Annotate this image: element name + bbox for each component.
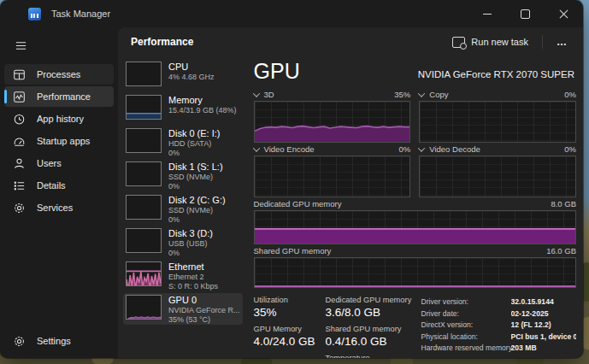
sidebar-spacer — [0, 219, 118, 330]
perf-item-gpu0[interactable]: GPU 0 NVIDIA GeForce R... 35% (53 °C) — [123, 293, 243, 325]
ethernet-mini-chart — [126, 261, 162, 286]
close-icon — [559, 9, 568, 19]
minimize-button[interactable] — [468, 0, 506, 27]
chevron-down-icon[interactable] — [418, 90, 425, 97]
engine-label: Video Decode — [429, 144, 480, 154]
perf-item-name: Disk 0 (E: I:) — [168, 128, 221, 139]
processes-icon — [13, 68, 26, 81]
task-manager-app-icon — [28, 8, 41, 21]
chevron-down-icon[interactable] — [252, 144, 259, 151]
close-button[interactable] — [545, 0, 583, 27]
perf-item-name: CPU — [168, 62, 215, 73]
maximize-button[interactable] — [506, 0, 545, 27]
performance-icon — [13, 91, 26, 103]
chevron-down-icon[interactable] — [418, 144, 425, 151]
perf-item-name: Disk 3 (D:) — [168, 228, 213, 239]
disk3-mini-chart — [126, 228, 162, 253]
titlebar[interactable]: Task Manager — [0, 0, 583, 27]
3d-usage-chart — [254, 101, 411, 143]
sidebar-item-label: Users — [37, 158, 62, 168]
stat-value: 35% — [254, 306, 326, 319]
sidebar-item-label: Details — [37, 180, 66, 191]
perf-item-name: Memory — [168, 95, 237, 106]
performance-resource-list: CPU 4% 4.68 GHz Memory 15.4/31.9 GB (48%… — [118, 56, 245, 358]
perf-item-sub: 35% (53 °C) — [168, 315, 240, 325]
stat-label: Temperature — [326, 354, 421, 358]
gpu-stats: Utilization 35% GPU Memory 4.0/24.0 GB D… — [254, 288, 576, 358]
sidebar-item-label: App history — [37, 114, 84, 124]
sidebar-item-label: Services — [37, 203, 73, 213]
engine-value: 35% — [394, 90, 410, 99]
sidebar-item-performance[interactable]: Performance — [4, 86, 114, 107]
header-divider — [542, 35, 543, 49]
gpu-title: GPU — [254, 60, 300, 82]
stat-label: Utilization — [254, 296, 326, 304]
video-encode-chart — [254, 156, 411, 197]
perf-item-ethernet[interactable]: Ethernet Ethernet 2 S: 0 R: 0 Kbps — [123, 260, 243, 291]
chart-shared-memory: Shared GPU memory 16.0 GB — [254, 244, 576, 288]
gauge-icon — [13, 135, 26, 148]
perf-item-disk0[interactable]: Disk 0 (E: I:) HDD (SATA) 0% — [123, 126, 243, 158]
engine-value: 0% — [564, 144, 576, 154]
stat-value: 3.6/8.0 GB — [326, 306, 421, 319]
navigation-menu-button[interactable] — [5, 32, 36, 58]
perf-item-disk2[interactable]: Disk 2 (C: G:) SSD (NVMe) 0% — [123, 193, 243, 225]
sidebar: Processes Performance App history Startu… — [0, 27, 118, 358]
perf-item-sub: SSD (NVMe) — [168, 206, 226, 215]
perf-item-sub: 4% 4.68 GHz — [168, 73, 215, 82]
memory-chart-scale: 16.0 GB — [546, 246, 576, 255]
services-gear-icon — [13, 202, 26, 214]
perf-item-sub: HDD (SATA) — [168, 139, 221, 149]
detail-label: Driver date: — [421, 309, 506, 318]
perf-item-sub: 0% — [168, 182, 223, 191]
perf-item-cpu[interactable]: CPU 4% 4.68 GHz — [123, 60, 243, 91]
sidebar-item-processes[interactable]: Processes — [4, 64, 114, 85]
hamburger-icon — [15, 39, 27, 52]
copy-usage-chart — [419, 101, 576, 143]
stat-label: Dedicated GPU memory — [326, 296, 421, 304]
detail-value: 32.0.15.9144 — [511, 297, 576, 306]
perf-item-name: Disk 1 (S: L:) — [168, 161, 223, 173]
perf-item-sub: SSD (NVMe) — [168, 173, 223, 182]
perf-item-disk1[interactable]: Disk 1 (S: L:) SSD (NVMe) 0% — [123, 160, 243, 191]
disk2-mini-chart — [126, 195, 162, 220]
chevron-down-icon[interactable] — [252, 90, 259, 97]
minimize-icon — [483, 14, 492, 15]
dedicated-memory-chart — [254, 210, 576, 244]
stat-label: Shared GPU memory — [326, 325, 421, 333]
run-new-task-button[interactable]: Run new task — [444, 32, 537, 52]
window-title: Task Manager — [51, 9, 110, 19]
detail-label: Hardware reserved memory: — [421, 343, 506, 352]
perf-item-name: Ethernet — [168, 261, 218, 273]
perf-item-disk3[interactable]: Disk 3 (D:) USB (USB) 0% — [123, 226, 243, 258]
detail-value: 203 MB — [511, 343, 576, 352]
sidebar-item-users[interactable]: Users — [4, 153, 114, 173]
stat-label: GPU Memory — [254, 325, 326, 333]
stat-value: 0.4/16.0 GB — [326, 335, 421, 348]
perf-item-memory[interactable]: Memory 15.4/31.9 GB (48%) — [123, 93, 243, 125]
detail-label: DirectX version: — [421, 320, 506, 329]
detail-label: Driver version: — [421, 297, 506, 306]
sidebar-item-services[interactable]: Services — [4, 197, 114, 218]
perf-item-name: Disk 2 (C: G:) — [168, 195, 226, 206]
engine-value: 0% — [399, 144, 411, 154]
perf-item-name: GPU 0 — [168, 295, 240, 306]
sidebar-item-app-history[interactable]: App history — [4, 109, 114, 129]
chart-3d: 3D 35% — [254, 88, 411, 143]
sidebar-item-details[interactable]: Details — [4, 175, 114, 196]
perf-item-sub: 0% — [168, 249, 213, 258]
sidebar-item-startup-apps[interactable]: Startup apps — [4, 131, 114, 151]
history-icon — [13, 113, 26, 126]
perf-item-sub: 0% — [168, 149, 221, 158]
maximize-icon — [521, 9, 530, 19]
chart-video-encode: Video Encode 0% — [254, 143, 411, 197]
sidebar-item-settings[interactable]: Settings — [4, 331, 114, 351]
gpu-mini-chart — [126, 295, 162, 320]
list-icon — [13, 179, 26, 192]
perf-item-sub: S: 0 R: 0 Kbps — [168, 282, 218, 291]
cpu-mini-chart — [126, 62, 162, 86]
perf-item-sub: 15.4/31.9 GB (48%) — [168, 106, 237, 115]
header-actions: Run new task … — [444, 32, 576, 52]
more-options-button[interactable]: … — [548, 32, 576, 51]
perf-item-sub: USB (USB) — [168, 239, 213, 249]
